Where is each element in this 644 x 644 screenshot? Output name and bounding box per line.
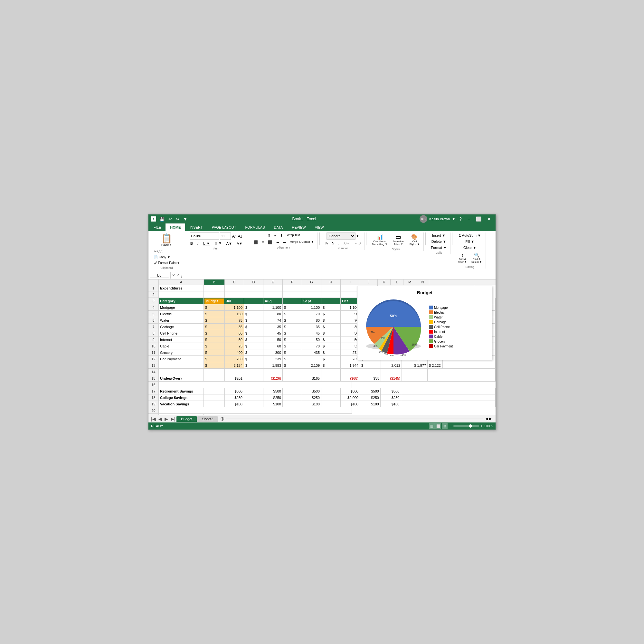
font-color-button[interactable]: A▼ [235,241,244,246]
cell-F6[interactable]: $ [283,317,302,324]
cell-H9[interactable]: $ [321,336,341,343]
cell-F14[interactable] [283,369,302,375]
bold-button[interactable]: B [189,241,194,246]
cell-J15[interactable]: $35 [360,375,381,382]
sheet-nav-first[interactable]: |◀ [150,416,157,422]
cell-rest-15[interactable] [428,375,496,382]
cell-rest-14[interactable] [428,369,496,375]
cell-D12[interactable]: $ [244,356,263,362]
cell-F8[interactable]: $ [283,330,302,336]
cell-styles-btn[interactable]: 🎨 CellStyles ▼ [407,232,421,247]
undo-quick-btn[interactable]: ↩ [167,216,173,222]
cell-G3[interactable]: Sept [302,298,321,304]
cell-A3[interactable]: Category [159,298,204,304]
cell-J18[interactable]: $250 [360,394,381,401]
col-header-K[interactable]: K [378,279,391,285]
cell-E7[interactable]: 35 [263,324,283,330]
cell-E8[interactable]: 45 [263,330,283,336]
cell-C9[interactable]: 50 [225,336,244,343]
paste-dropdown-icon[interactable]: ▼ [169,243,172,246]
cell-G7[interactable]: 35 [302,324,321,330]
cell-D18[interactable] [244,394,263,401]
number-format-dropdown[interactable]: ▼ [356,234,359,238]
page-break-view-btn[interactable]: ⊟ [442,423,448,429]
cell-D17[interactable] [244,388,263,394]
cell-F18[interactable] [283,394,302,401]
cell-A17[interactable]: Retirement Savings [159,388,204,394]
cell-rest-13[interactable] [443,362,496,369]
cell-G13[interactable]: 2,109 [302,362,321,369]
cell-I19[interactable]: $100 [341,401,360,407]
cell-H13[interactable]: $ [321,362,341,369]
sheet-nav-last[interactable]: ▶| [169,416,177,422]
row-num-11[interactable]: 11 [148,349,159,356]
cell-H12[interactable]: $ [321,356,341,362]
format-btn[interactable]: Format ▼ [429,245,448,251]
cell-A14[interactable] [159,369,204,375]
cell-A1[interactable]: Expenditures [159,285,204,291]
cell-D1[interactable] [244,285,263,291]
conditional-formatting-btn[interactable]: 📊 ConditionalFormatting ▼ [370,232,389,247]
cell-B6[interactable]: $ [204,317,225,324]
sheet-scroll-right[interactable]: ▶ [489,417,492,421]
copy-button[interactable]: 📄 Copy ▼ [152,254,181,260]
cell-C7[interactable]: 35 [225,324,244,330]
cell-F11[interactable]: $ [283,349,302,356]
cell-A9[interactable]: Internet [159,336,204,343]
cell-C3[interactable]: Jul [225,298,244,304]
fill-color-button[interactable]: A▼ [225,241,234,246]
cell-G5[interactable]: 70 [302,311,321,317]
sheet-nav-prev[interactable]: ◀ [157,416,163,422]
cell-E15[interactable]: ($126) [263,375,283,382]
cell-H6[interactable]: $ [321,317,341,324]
cell-A6[interactable]: Water [159,317,204,324]
tab-data[interactable]: DATA [270,223,288,231]
col-header-D[interactable]: D [244,279,263,285]
cell-G4[interactable]: 1,100 [302,304,321,311]
row-num-17[interactable]: 17 [148,388,159,394]
row-num-3[interactable]: 3 [148,298,159,304]
cell-A12[interactable]: Car Payment [159,356,204,362]
cell-D19[interactable] [244,401,263,407]
cell-A19[interactable]: Vacation Savings [159,401,204,407]
row-num-1[interactable]: 1 [148,285,159,291]
normal-view-btn[interactable]: ▦ [429,423,435,429]
cell-H19[interactable] [321,401,341,407]
cell-C8[interactable]: 60 [225,330,244,336]
qa-dropdown-btn[interactable]: ▼ [182,216,189,222]
cell-B9[interactable]: $ [204,336,225,343]
cell-I14[interactable] [341,369,360,375]
cell-rest-16[interactable] [159,382,352,388]
cell-B19[interactable] [204,401,225,407]
clear-btn[interactable]: Clear ▼ [462,245,478,251]
cell-E14[interactable] [263,369,283,375]
cell-F9[interactable]: $ [283,336,302,343]
cell-H8[interactable]: $ [321,330,341,336]
formula-input[interactable] [185,273,494,278]
merge-center-btn[interactable]: Merge & Center ▼ [288,239,316,245]
cell-C4[interactable]: 1,100 [225,304,244,311]
row-num-21[interactable]: 21 [148,414,159,415]
redo-quick-btn[interactable]: ↪ [175,216,181,222]
row-num-20[interactable]: 20 [148,407,159,414]
cell-H15[interactable] [321,375,341,382]
cell-C13[interactable]: 2,184 [225,362,244,369]
cell-J13[interactable]: $ [360,362,381,369]
cell-F2[interactable] [283,291,302,298]
cell-B13[interactable]: $ [204,362,225,369]
cell-B15[interactable] [204,375,225,382]
cell-L13[interactable]: $ 1,977 [402,362,428,369]
cell-C12[interactable]: 239 [225,356,244,362]
sheet-tab-sheet2[interactable]: Sheet2 [197,416,218,422]
tab-formulas[interactable]: FORMULAS [241,223,269,231]
zoom-out-btn[interactable]: − [450,424,452,428]
cell-B14[interactable] [204,369,225,375]
cell-B11[interactable]: $ [204,349,225,356]
cell-C2[interactable] [225,291,244,298]
cell-B18[interactable] [204,394,225,401]
cell-G14[interactable] [302,369,321,375]
cell-C11[interactable]: 400 [225,349,244,356]
cell-E3[interactable]: Aug [263,298,283,304]
cell-I15[interactable]: ($68) [341,375,360,382]
row-num-7[interactable]: 7 [148,324,159,330]
